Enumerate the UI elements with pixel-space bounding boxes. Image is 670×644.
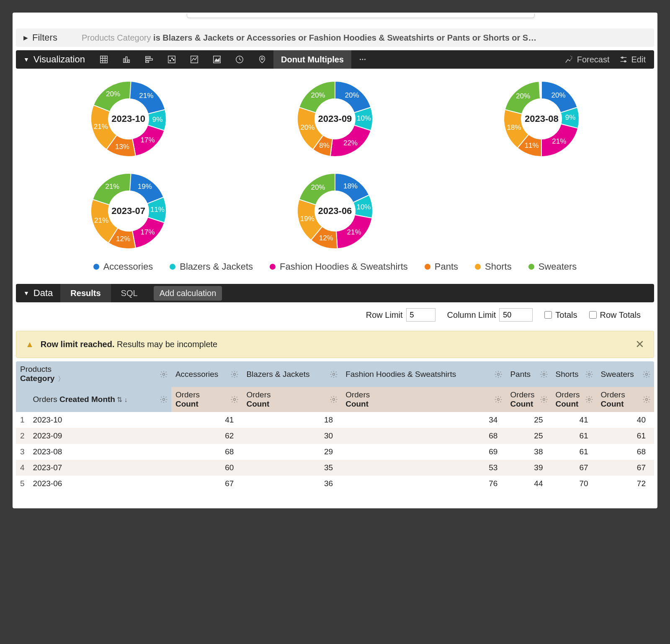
svg-point-65 — [234, 373, 236, 375]
row-limit-input[interactable] — [406, 308, 436, 322]
month-cell[interactable]: 2023-06 — [29, 476, 171, 492]
value-cell[interactable]: 67 — [171, 476, 242, 492]
value-cell[interactable]: 68 — [171, 444, 242, 460]
viz-scatter-icon[interactable] — [160, 50, 183, 69]
measure-header[interactable]: OrdersCount — [242, 387, 341, 412]
row-totals-checkbox-group[interactable]: Row Totals — [589, 310, 641, 320]
totals-checkbox-group[interactable]: Totals — [544, 310, 577, 320]
gear-icon[interactable] — [642, 370, 651, 379]
value-cell[interactable]: 70 — [551, 476, 597, 492]
month-cell[interactable]: 2023-10 — [29, 412, 171, 428]
legend-item[interactable]: Fashion Hoodies & Sweatshirts — [270, 261, 408, 272]
value-cell[interactable]: 76 — [341, 476, 506, 492]
value-cell[interactable]: 62 — [171, 428, 242, 444]
value-cell[interactable]: 44 — [506, 476, 551, 492]
viz-area-icon[interactable] — [206, 50, 228, 69]
svg-point-70 — [646, 373, 648, 375]
value-cell[interactable]: 67 — [551, 460, 597, 476]
value-cell[interactable]: 53 — [341, 460, 506, 476]
viz-more-icon[interactable] — [351, 50, 374, 69]
donut-title: 2023-10 — [87, 77, 170, 161]
legend-item[interactable]: Accessories — [93, 261, 153, 272]
viz-column-icon[interactable] — [115, 50, 138, 69]
value-cell[interactable]: 68 — [597, 444, 654, 460]
viz-line-icon[interactable] — [183, 50, 206, 69]
value-cell[interactable]: 18 — [242, 412, 341, 428]
tab-sql[interactable]: SQL — [111, 284, 148, 302]
gear-icon[interactable] — [330, 395, 338, 404]
value-cell[interactable]: 69 — [341, 444, 506, 460]
gear-icon[interactable] — [230, 370, 239, 379]
category-header[interactable]: Accessories — [171, 361, 242, 387]
column-limit-input[interactable] — [499, 308, 533, 322]
category-header[interactable]: Shorts — [551, 361, 597, 387]
value-cell[interactable]: 41 — [171, 412, 242, 428]
value-cell[interactable]: 61 — [551, 444, 597, 460]
viz-map-icon[interactable] — [251, 50, 273, 69]
value-cell[interactable]: 30 — [242, 428, 341, 444]
value-cell[interactable]: 72 — [597, 476, 654, 492]
month-cell[interactable]: 2023-09 — [29, 428, 171, 444]
tab-results[interactable]: Results — [60, 284, 111, 302]
data-label: Data — [34, 288, 53, 299]
data-toggle[interactable]: ▼ Data — [16, 284, 60, 302]
edit-button[interactable]: Edit — [619, 55, 646, 64]
viz-bar-icon[interactable] — [138, 50, 160, 69]
gear-icon[interactable] — [540, 395, 548, 404]
value-cell[interactable]: 25 — [506, 412, 551, 428]
value-cell[interactable]: 40 — [597, 412, 654, 428]
measure-header[interactable]: OrdersCount — [597, 387, 654, 412]
gear-icon[interactable] — [540, 370, 548, 379]
value-cell[interactable]: 36 — [242, 476, 341, 492]
month-cell[interactable]: 2023-08 — [29, 444, 171, 460]
legend-item[interactable]: Blazers & Jackets — [170, 261, 253, 272]
legend-item[interactable]: Shorts — [475, 261, 512, 272]
add-calculation-button[interactable]: Add calculation — [154, 286, 222, 301]
visualization-toggle[interactable]: ▼ Visualization — [16, 50, 93, 69]
gear-icon[interactable] — [494, 370, 502, 379]
category-header[interactable]: Fashion Hoodies & Sweatshirts — [341, 361, 506, 387]
value-cell[interactable]: 67 — [597, 460, 654, 476]
measure-header[interactable]: OrdersCount — [341, 387, 506, 412]
totals-checkbox[interactable] — [544, 311, 552, 319]
filters-toggle[interactable]: ▶ Filters — [16, 28, 65, 47]
row-limit-group: Row Limit — [366, 308, 436, 322]
value-cell[interactable]: 60 — [171, 460, 242, 476]
value-cell[interactable]: 39 — [506, 460, 551, 476]
value-cell[interactable]: 34 — [341, 412, 506, 428]
month-cell[interactable]: 2023-07 — [29, 460, 171, 476]
category-header[interactable]: Sweaters — [597, 361, 654, 387]
row-totals-checkbox[interactable] — [589, 311, 597, 319]
measure-header[interactable]: OrdersCount — [506, 387, 551, 412]
value-cell[interactable]: 29 — [242, 444, 341, 460]
gear-icon[interactable] — [585, 395, 593, 404]
gear-icon[interactable] — [330, 370, 338, 379]
value-cell[interactable]: 68 — [341, 428, 506, 444]
dim-month-header[interactable]: Orders Created Month⇅ ↓ — [29, 387, 171, 412]
measure-header[interactable]: OrdersCount — [551, 387, 597, 412]
value-cell[interactable]: 61 — [597, 428, 654, 444]
gear-icon[interactable] — [160, 395, 168, 404]
value-cell[interactable]: 41 — [551, 412, 597, 428]
category-header[interactable]: Blazers & Jackets — [242, 361, 341, 387]
legend-item[interactable]: Sweaters — [528, 261, 577, 272]
value-cell[interactable]: 25 — [506, 428, 551, 444]
svg-rect-7 — [128, 60, 130, 62]
viz-timeline-icon[interactable] — [228, 50, 251, 69]
viz-table-icon[interactable] — [93, 50, 115, 69]
value-cell[interactable]: 35 — [242, 460, 341, 476]
measure-header[interactable]: OrdersCount — [171, 387, 242, 412]
category-header[interactable]: Pants — [506, 361, 551, 387]
dim-category-header[interactable]: ProductsCategory 〉 — [16, 361, 171, 387]
close-icon[interactable]: ✕ — [635, 338, 644, 351]
gear-icon[interactable] — [160, 370, 168, 379]
value-cell[interactable]: 61 — [551, 428, 597, 444]
gear-icon[interactable] — [585, 370, 593, 379]
gear-icon[interactable] — [494, 395, 502, 404]
gear-icon[interactable] — [642, 395, 651, 404]
gear-icon[interactable] — [230, 395, 239, 404]
value-cell[interactable]: 38 — [506, 444, 551, 460]
forecast-button[interactable]: Forecast — [564, 55, 610, 64]
viz-donutmultiples-button[interactable]: Donut Multiples — [273, 50, 351, 69]
legend-item[interactable]: Pants — [425, 261, 458, 272]
